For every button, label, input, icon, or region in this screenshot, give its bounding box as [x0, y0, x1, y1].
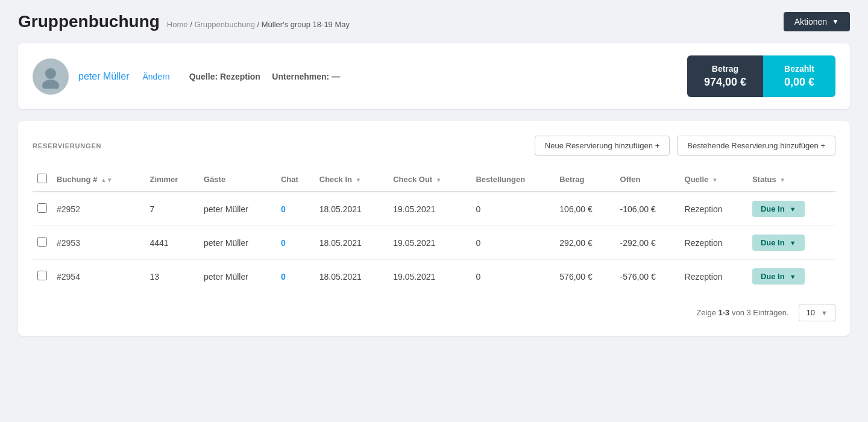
cell-checkout: 19.05.2021	[388, 226, 471, 260]
cell-status: Due In ▼	[747, 260, 835, 294]
col-gaeste: Gäste	[199, 168, 276, 192]
guest-name-link[interactable]: peter Müller	[78, 71, 129, 82]
reservations-actions: Neue Reservierung hinzufügen + Bestehend…	[535, 136, 835, 156]
sort-icon-checkout: ▼	[436, 177, 442, 183]
col-zimmer: Zimmer	[145, 168, 199, 192]
cell-zimmer: 4441	[145, 226, 199, 260]
pagination-row: Zeige 1-3 von 3 Einträgen. 10 ▼	[33, 304, 835, 321]
cell-chat: 0	[276, 260, 315, 294]
guest-card: peter Müller Ändern Quelle: Rezeption Un…	[18, 43, 850, 109]
status-label: Due In	[761, 272, 785, 281]
summary-buttons: Betrag 974,00 € Bezahlt 0,00 €	[687, 55, 835, 97]
svg-point-1	[42, 80, 59, 89]
cell-status: Due In ▼	[747, 226, 835, 260]
breadcrumb: Home / Gruppenbuchung / Müller's group 1…	[167, 20, 350, 29]
reservations-table: Buchung # ▲▼ Zimmer Gäste Chat Check In	[33, 168, 835, 293]
betrag-amount: 974,00 €	[704, 76, 746, 89]
cell-buchung: #2952	[52, 192, 145, 226]
betrag-summary: Betrag 974,00 €	[687, 55, 763, 97]
reservations-card: RESERVIERUNGEN Neue Reservierung hinzufü…	[18, 121, 850, 336]
row-checkbox-cell	[33, 226, 52, 260]
neue-reservierung-button[interactable]: Neue Reservierung hinzufügen +	[535, 136, 670, 156]
bezahlt-amount: 0,00 €	[784, 76, 814, 89]
aktionen-button[interactable]: Aktionen ▼	[784, 12, 850, 31]
col-bestellungen: Bestellungen	[471, 168, 555, 192]
row-checkbox-cell	[33, 192, 52, 226]
select-all-header	[33, 168, 52, 192]
bezahlt-label: Bezahlt	[784, 64, 814, 74]
chat-link[interactable]: 0	[281, 204, 286, 214]
cell-zimmer: 7	[145, 192, 199, 226]
select-all-checkbox[interactable]	[37, 174, 47, 183]
sort-icon-checkin: ▼	[356, 177, 362, 183]
cell-zimmer: 13	[145, 260, 199, 294]
col-status: Status ▼	[747, 168, 835, 192]
col-betrag: Betrag	[555, 168, 615, 192]
avatar-icon	[39, 65, 63, 89]
breadcrumb-current: Müller's group 18-19 May	[262, 20, 350, 29]
reservations-header: RESERVIERUNGEN Neue Reservierung hinzufü…	[33, 136, 835, 156]
cell-bestellungen: 0	[471, 226, 555, 260]
per-page-selector[interactable]: 10 ▼	[799, 304, 835, 321]
row-checkbox[interactable]	[37, 271, 47, 280]
cell-gaeste: peter Müller	[199, 192, 276, 226]
cell-chat: 0	[276, 192, 315, 226]
cell-checkout: 19.05.2021	[388, 192, 471, 226]
page-header-left: Gruppenbuchung Home / Gruppenbuchung / M…	[18, 12, 350, 31]
aendern-button[interactable]: Ändern	[142, 72, 169, 81]
chevron-down-icon: ▼	[832, 17, 839, 26]
sort-icon-status: ▼	[779, 177, 785, 183]
breadcrumb-section[interactable]: Gruppenbuchung	[194, 20, 254, 29]
status-label: Due In	[761, 204, 785, 213]
cell-quelle: Rezeption	[680, 260, 747, 294]
chevron-down-icon: ▼	[790, 273, 796, 280]
cell-checkin: 18.05.2021	[315, 192, 388, 226]
cell-status: Due In ▼	[747, 192, 835, 226]
cell-offen: -106,00 €	[615, 192, 680, 226]
page-wrapper: Gruppenbuchung Home / Gruppenbuchung / M…	[0, 0, 868, 422]
cell-betrag: 292,00 €	[555, 226, 615, 260]
cell-checkin: 18.05.2021	[315, 226, 388, 260]
guest-meta: Quelle: Rezeption Unternehmen: —	[189, 72, 341, 81]
cell-offen: -576,00 €	[615, 260, 680, 294]
table-row: #2952 7 peter Müller 0 18.05.2021 19.05.…	[33, 192, 835, 226]
unternehmen-value: —	[332, 72, 340, 81]
row-checkbox[interactable]	[37, 237, 47, 247]
page-header: Gruppenbuchung Home / Gruppenbuchung / M…	[18, 12, 850, 31]
avatar	[33, 58, 69, 95]
cell-quelle: Rezeption	[680, 192, 747, 226]
bestehende-reservierung-button[interactable]: Bestehende Reservierung hinzufügen +	[677, 136, 835, 156]
sort-icon-buchung: ▲▼	[101, 177, 113, 183]
cell-buchung: #2954	[52, 260, 145, 294]
chevron-down-icon: ▼	[790, 239, 796, 247]
cell-betrag: 576,00 €	[555, 260, 615, 294]
status-badge[interactable]: Due In ▼	[752, 268, 805, 285]
col-checkin: Check In ▼	[315, 168, 388, 192]
status-badge[interactable]: Due In ▼	[752, 235, 805, 251]
cell-chat: 0	[276, 226, 315, 260]
page-title: Gruppenbuchung	[18, 12, 160, 31]
status-label: Due In	[761, 238, 785, 247]
betrag-label: Betrag	[712, 64, 738, 74]
chevron-down-icon: ▼	[790, 206, 796, 213]
col-quelle: Quelle ▼	[680, 168, 747, 192]
table-header: Buchung # ▲▼ Zimmer Gäste Chat Check In	[33, 168, 835, 192]
cell-bestellungen: 0	[471, 192, 555, 226]
table-row: #2953 4441 peter Müller 0 18.05.2021 19.…	[33, 226, 835, 260]
status-badge[interactable]: Due In ▼	[752, 201, 805, 217]
row-checkbox-cell	[33, 260, 52, 294]
bezahlt-summary: Bezahlt 0,00 €	[763, 55, 835, 97]
row-checkbox[interactable]	[37, 203, 47, 213]
chat-link[interactable]: 0	[281, 272, 286, 282]
table-body: #2952 7 peter Müller 0 18.05.2021 19.05.…	[33, 192, 835, 293]
cell-checkout: 19.05.2021	[388, 260, 471, 294]
cell-buchung: #2953	[52, 226, 145, 260]
quelle-value: Rezeption	[220, 72, 260, 81]
cell-checkin: 18.05.2021	[315, 260, 388, 294]
breadcrumb-home[interactable]: Home	[167, 20, 188, 29]
guest-card-left: peter Müller Ändern Quelle: Rezeption Un…	[33, 58, 340, 95]
chat-link[interactable]: 0	[281, 238, 286, 248]
reservations-title: RESERVIERUNGEN	[33, 142, 101, 150]
cell-gaeste: peter Müller	[199, 226, 276, 260]
cell-offen: -292,00 €	[615, 226, 680, 260]
